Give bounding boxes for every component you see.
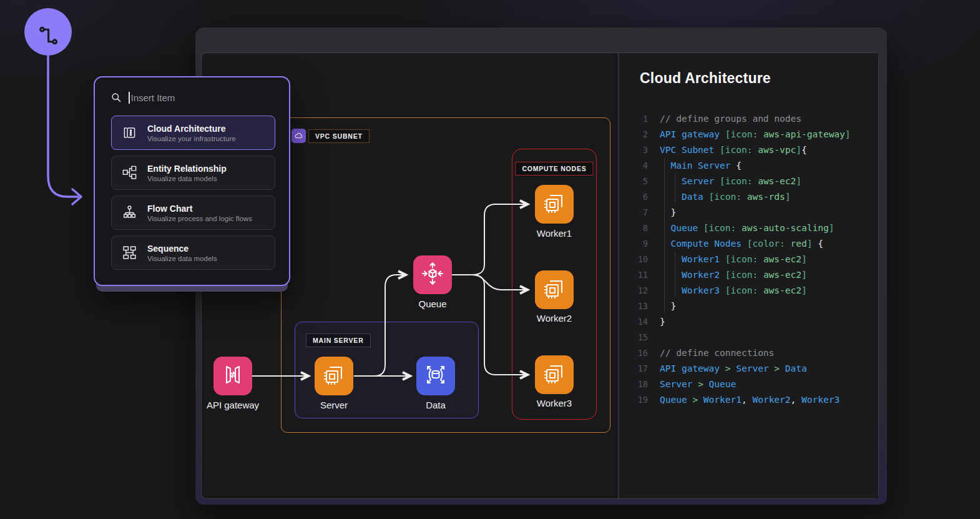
indent-guide — [664, 157, 665, 313]
code-line-9[interactable]: 9 Compute Nodes [color: red] { — [629, 235, 851, 251]
line-number: 17 — [629, 363, 648, 373]
document-title: Cloud Architecture — [640, 70, 771, 87]
code-text: VPC Subnet [icon: aws-vpc]{ — [660, 145, 807, 155]
menu-item-cloud-architecture[interactable]: Cloud ArchitectureVisualize your infrast… — [111, 116, 275, 150]
code-text: } — [660, 301, 676, 311]
line-number: 3 — [629, 145, 648, 155]
search-icon — [111, 92, 122, 103]
code-text: Server > Queue — [660, 379, 736, 389]
search-input[interactable]: Insert Item — [111, 92, 175, 104]
code-text: Queue [icon: aws-auto-scaling] — [660, 223, 834, 233]
menu-item-sequence[interactable]: SequenceVisualize data models — [111, 235, 275, 270]
code-line-19[interactable]: 19Queue > Worker1, Worker2, Worker3 — [629, 392, 851, 407]
aws-rds-icon — [423, 362, 448, 390]
line-number: 6 — [629, 192, 648, 202]
menu-item-subtitle: Visualize your infrastructure — [147, 135, 236, 142]
node-worker2[interactable] — [535, 270, 574, 309]
line-number: 15 — [629, 332, 648, 342]
code-text: } — [660, 317, 665, 327]
menu-item-flow-chart[interactable]: Flow ChartVisualize process and logic fl… — [111, 195, 275, 230]
code-line-13[interactable]: 13 } — [629, 298, 851, 314]
line-number: 14 — [629, 317, 648, 327]
line-number: 5 — [629, 176, 648, 186]
aws-ec2-icon — [542, 190, 567, 218]
node-label-api-gateway: API gateway — [189, 400, 277, 410]
code-line-2[interactable]: 2API gateway [icon: aws-api-gateway] — [629, 126, 851, 142]
code-text: Worker2 [icon: aws-ec2] — [660, 270, 807, 280]
page: VPC SUBNET MAIN SERVER COMPUTE NODES — [0, 0, 980, 519]
code-text: // define connections — [660, 348, 774, 358]
text-caret — [129, 92, 130, 104]
code-text: Data [icon: aws-rds] — [660, 192, 791, 202]
line-number: 12 — [629, 285, 648, 295]
code-line-1[interactable]: 1// define groups and nodes — [629, 111, 851, 126]
line-number: 2 — [629, 129, 648, 139]
flow-chart-icon — [121, 204, 138, 221]
line-number: 7 — [629, 207, 648, 217]
code-line-4[interactable]: 4 Main Server { — [629, 157, 851, 173]
code-line-6[interactable]: 6 Data [icon: aws-rds] — [629, 189, 851, 204]
line-number: 1 — [629, 114, 648, 124]
node-queue[interactable] — [413, 255, 452, 294]
insert-item-panel: Insert Item Cloud ArchitectureVisualize … — [94, 76, 290, 286]
node-label-queue: Queue — [389, 299, 476, 309]
code-text: Server [icon: aws-ec2] — [660, 176, 801, 186]
line-number: 16 — [629, 348, 648, 358]
aws-ec2-icon — [321, 362, 346, 390]
aws-api-gateway-icon — [220, 362, 245, 390]
code-text: } — [660, 207, 676, 217]
code-text: Worker1 [icon: aws-ec2] — [660, 254, 807, 264]
search-placeholder: Insert Item — [131, 92, 175, 103]
aws-ec2-icon — [542, 361, 567, 388]
code-line-8[interactable]: 8 Queue [icon: aws-auto-scaling] — [629, 220, 851, 235]
code-line-16[interactable]: 16// define connections — [629, 345, 851, 360]
menu-item-title: Entity Relationship — [147, 164, 227, 174]
aws-auto-scaling-icon — [420, 261, 445, 289]
indent-guide — [675, 173, 675, 204]
menu-item-entity-relationship[interactable]: Entity RelationshipVisualize data models — [111, 156, 275, 190]
code-line-10[interactable]: 10 Worker1 [icon: aws-ec2] — [629, 251, 851, 267]
line-number: 18 — [629, 379, 648, 389]
code-line-11[interactable]: 11 Worker2 [icon: aws-ec2] — [629, 267, 851, 282]
insert-item-list: Cloud ArchitectureVisualize your infrast… — [111, 116, 275, 275]
code-line-15[interactable]: 15 — [629, 329, 851, 345]
node-label-server: Server — [290, 400, 378, 410]
code-line-7[interactable]: 7 } — [629, 204, 851, 220]
line-number: 11 — [629, 270, 648, 280]
code-editor[interactable]: 1// define groups and nodes2API gateway … — [629, 111, 851, 407]
code-line-12[interactable]: 12 Worker3 [icon: aws-ec2] — [629, 282, 851, 298]
entity-relationship-icon — [121, 164, 138, 181]
sequence-icon — [121, 244, 138, 261]
node-label-data: Data — [392, 400, 479, 410]
code-text: Main Server { — [660, 161, 742, 171]
group-label-main-server: MAIN SERVER — [306, 334, 371, 347]
code-text: Queue > Worker1, Worker2, Worker3 — [660, 395, 840, 405]
line-number: 8 — [629, 223, 648, 233]
panel-divider[interactable] — [618, 53, 619, 498]
node-data[interactable] — [416, 357, 455, 395]
cloud-icon — [292, 129, 306, 143]
code-line-14[interactable]: 14} — [629, 314, 851, 329]
group-label-compute-nodes: COMPUTE NODES — [515, 162, 593, 175]
node-link-icon — [33, 17, 63, 47]
node-worker3[interactable] — [535, 355, 574, 394]
node-worker1[interactable] — [535, 185, 574, 224]
code-line-17[interactable]: 17API gateway > Server > Data — [629, 360, 851, 376]
code-line-18[interactable]: 18Server > Queue — [629, 376, 851, 392]
line-number: 4 — [629, 161, 648, 171]
code-text: Worker3 [icon: aws-ec2] — [660, 285, 807, 295]
menu-item-subtitle: Visualize data models — [147, 175, 227, 182]
cloud-architecture-icon — [121, 124, 138, 141]
node-api-gateway[interactable] — [213, 357, 252, 395]
menu-item-subtitle: Visualize data models — [147, 255, 217, 262]
code-text: API gateway > Server > Data — [660, 363, 807, 373]
line-number: 19 — [629, 395, 648, 405]
brand-logo — [24, 8, 72, 56]
group-label-vpc-subnet: VPC SUBNET — [308, 129, 370, 143]
code-line-3[interactable]: 3VPC Subnet [icon: aws-vpc]{ — [629, 142, 851, 157]
node-server[interactable] — [315, 357, 353, 395]
line-number: 10 — [629, 254, 648, 264]
line-number: 13 — [629, 301, 648, 311]
code-line-5[interactable]: 5 Server [icon: aws-ec2] — [629, 173, 851, 189]
indent-guide — [675, 251, 675, 297]
